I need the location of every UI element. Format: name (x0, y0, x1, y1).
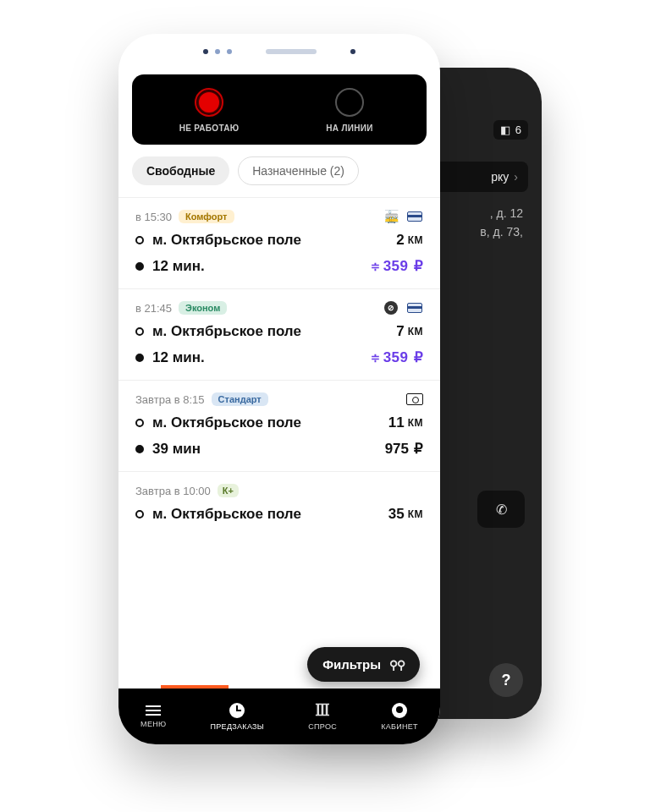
km-unit: КМ (408, 508, 423, 520)
route-origin-icon (135, 510, 144, 518)
order-distance: 7 (396, 323, 404, 340)
user-icon (392, 703, 407, 718)
nav-preorders-label: ПРЕДЗАКАЗЫ (211, 722, 265, 731)
order-time: Завтра в 10:00 (135, 485, 211, 497)
card-icon (406, 301, 423, 315)
route-dest-icon (135, 354, 144, 362)
ruble-icon: ₽ (414, 440, 423, 458)
order-address: м. Октябрьское поле (152, 414, 388, 431)
door-count-badge: ◧ 6 (493, 120, 528, 140)
door-icon: ◧ (500, 123, 510, 136)
cash-icon (406, 392, 423, 406)
order-price: 359 (383, 258, 409, 275)
map-icon: Ⅲ (315, 703, 330, 718)
km-unit: КМ (408, 234, 423, 246)
no-smoking-icon: ⊘ (383, 301, 399, 315)
km-unit: КМ (408, 417, 423, 429)
tariff-badge: К+ (218, 484, 239, 497)
route-origin-icon (135, 327, 144, 336)
order-duration: 12 мин. (152, 349, 371, 366)
order-distance: 2 (396, 232, 404, 249)
driver-status-toggle: НЕ РАБОТАЮ НА ЛИНИИ (132, 74, 427, 145)
order-feature-icons (406, 392, 423, 406)
door-count: 6 (515, 123, 521, 136)
route-origin-icon (135, 419, 144, 427)
surge-icon: ≑ (371, 260, 378, 272)
order-card[interactable]: Завтра в 8:15 Стандарт м. Октябрьское по… (118, 380, 440, 471)
menu-icon (146, 705, 161, 716)
online-indicator-icon (335, 88, 364, 117)
orders-list[interactable]: в 15:30 Комфорт 🚋 м. Октябрьское поле 2 … (118, 197, 440, 689)
route-origin-icon (135, 236, 144, 244)
tram-icon: 🚋 (383, 210, 399, 223)
status-offline-option[interactable]: НЕ РАБОТАЮ (139, 88, 279, 133)
help-button[interactable]: ? (489, 663, 523, 697)
call-button[interactable]: ✆ (477, 491, 525, 528)
foreground-phone: НЕ РАБОТАЮ НА ЛИНИИ Свободные Назначенны… (118, 34, 440, 744)
sensor-dots (203, 49, 232, 54)
nav-menu[interactable]: МЕНЮ (140, 705, 166, 728)
help-icon: ? (502, 672, 511, 689)
surge-icon: ≑ (371, 351, 378, 364)
nav-demand-label: СПРОС (308, 722, 337, 731)
filters-button[interactable]: Фильтры ⚲⚲ (307, 647, 420, 682)
route-dest-icon (135, 262, 144, 271)
offline-label: НЕ РАБОТАЮ (179, 123, 240, 133)
status-online-option[interactable]: НА ЛИНИИ (279, 88, 420, 133)
order-duration: 39 мин (152, 441, 385, 458)
nav-cabinet[interactable]: КАБИНЕТ (381, 703, 418, 731)
order-price: 975 (385, 441, 409, 458)
order-time: в 21:45 (135, 302, 172, 315)
order-card[interactable]: в 15:30 Комфорт 🚋 м. Октябрьское поле 2 … (118, 197, 440, 288)
order-time: Завтра в 8:15 (135, 393, 205, 406)
bottom-nav: МЕНЮ ПРЕДЗАКАЗЫ Ⅲ СПРОС КАБИНЕТ (118, 689, 440, 744)
order-address: м. Октябрьское поле (152, 232, 396, 249)
nav-demand[interactable]: Ⅲ СПРОС (308, 703, 337, 731)
order-address: м. Октябрьское поле (152, 506, 388, 523)
order-distance: 35 (388, 506, 405, 523)
phone-icon: ✆ (496, 502, 507, 518)
order-feature-icons: ⊘ (383, 301, 423, 315)
tab-free[interactable]: Свободные (132, 156, 229, 185)
nav-menu-label: МЕНЮ (140, 720, 166, 728)
tariff-badge: Комфорт (179, 210, 234, 223)
clock-icon (229, 703, 245, 718)
order-card[interactable]: в 21:45 Эконом ⊘ м. Октябрьское поле 7 К… (118, 288, 440, 380)
scroll-indicator (161, 685, 229, 689)
chevron-right-icon: › (514, 170, 518, 184)
order-feature-icons: 🚋 (383, 210, 423, 223)
order-card[interactable]: Завтра в 10:00 К+ м. Октябрьское поле 35… (118, 471, 440, 536)
tariff-badge: Эконом (179, 301, 227, 315)
nav-cabinet-label: КАБИНЕТ (381, 722, 418, 731)
order-time: в 15:30 (135, 211, 172, 223)
order-distance: 11 (388, 414, 405, 431)
km-unit: КМ (408, 326, 423, 337)
online-label: НА ЛИНИИ (326, 123, 372, 133)
card-icon (406, 210, 423, 223)
sliders-icon: ⚲⚲ (389, 658, 405, 672)
nav-preorders[interactable]: ПРЕДЗАКАЗЫ (211, 703, 265, 731)
orders-tabs: Свободные Назначенные (2) (118, 145, 440, 197)
order-duration: 12 мин. (152, 258, 371, 275)
ruble-icon: ₽ (414, 348, 424, 366)
tab-assigned[interactable]: Назначенные (2) (238, 156, 359, 185)
route-dest-icon (135, 445, 144, 453)
offline-indicator-icon (195, 88, 223, 117)
speaker-grill (266, 49, 317, 54)
camera-dot (350, 49, 355, 54)
background-button-label: рку (491, 170, 509, 184)
order-address: м. Октябрьское поле (152, 323, 396, 340)
filters-label: Фильтры (322, 657, 381, 672)
ruble-icon: ₽ (414, 257, 424, 275)
tariff-badge: Стандарт (212, 392, 268, 406)
phone-speaker-row (118, 34, 440, 69)
order-price: 359 (383, 349, 409, 366)
